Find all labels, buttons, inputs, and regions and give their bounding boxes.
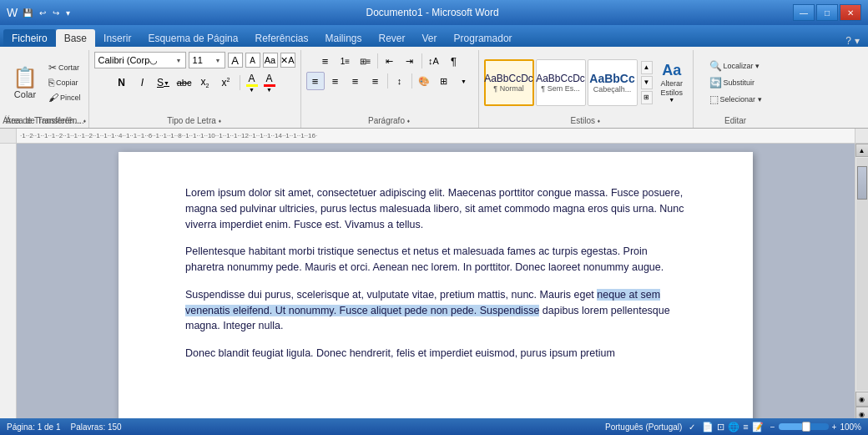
zoom-thumb[interactable] (802, 422, 810, 432)
style-normal[interactable]: AaBbCcDc ¶ Normal (484, 59, 534, 106)
alterar-estilos-button[interactable]: Aa AlterarEstilos ▼ (656, 58, 689, 107)
minimize-button[interactable]: — (793, 4, 815, 21)
clipboard-expand-icon[interactable]: ⬧ (83, 117, 87, 124)
styles-scroll-down[interactable]: ▼ (641, 76, 653, 89)
font-decrease-button[interactable]: A (245, 53, 260, 68)
paragraph-expand-icon[interactable]: ⬧ (406, 117, 411, 124)
spelling-icon[interactable]: ✓ (689, 422, 695, 432)
selecionar-button[interactable]: ⬚ Selecionar ▾ (704, 92, 767, 107)
paste-icon: 📋 (13, 66, 38, 89)
selecionar-label: Selecionar ▾ (720, 95, 762, 104)
zoom-controls: − + 100% (770, 422, 861, 432)
close-button[interactable]: ✕ (840, 4, 861, 21)
copy-button[interactable]: ⎘ Copiar (46, 76, 83, 89)
paint-format-button[interactable]: 🖌 Pincel (46, 91, 83, 104)
maximize-button[interactable]: □ (816, 4, 838, 21)
tab-esquema[interactable]: Esquema de Página (139, 29, 246, 47)
view-print-button[interactable]: 📄 (702, 422, 714, 432)
shading-button[interactable]: 🎨 (415, 72, 433, 90)
localizar-icon: 🔍 (709, 60, 722, 72)
ribbon-spacer (777, 50, 866, 128)
align-left-button[interactable]: ≡ (306, 72, 325, 90)
justify-button[interactable]: ≡ (366, 72, 385, 90)
localizar-button[interactable]: 🔍 Localizar ▾ (704, 58, 767, 73)
decrease-indent-button[interactable]: ⇤ (381, 52, 399, 70)
scrollbar-thumb[interactable] (857, 166, 867, 200)
substituir-button[interactable]: 🔄 Substituir (704, 75, 767, 90)
view-draft-button[interactable]: 📝 (752, 422, 764, 432)
style-sem-espaco-preview: AaBbCcDc (536, 73, 585, 84)
text-highlight-button[interactable]: A ▼ (245, 71, 260, 94)
increase-indent-button[interactable]: ⇥ (401, 52, 419, 70)
styles-scroll-up[interactable]: ▲ (641, 61, 653, 74)
cut-button[interactable]: ✂ Cortar (46, 61, 83, 74)
font-name-arrow: ▼ (176, 58, 182, 63)
subscript-button[interactable]: x2 (196, 73, 214, 92)
align-right-button[interactable]: ≡ (346, 72, 365, 90)
zoom-out-button[interactable]: − (770, 422, 775, 432)
font-increase-button[interactable]: A (228, 53, 243, 68)
style-cabecalho[interactable]: AaBbCc Cabeçalh... (588, 59, 638, 106)
underline-button[interactable]: S ▼ (154, 73, 173, 92)
view-web-button[interactable]: 🌐 (728, 422, 739, 432)
sort-button[interactable]: ↕A (425, 52, 443, 70)
quick-menu-icon[interactable]: ▾ (64, 7, 72, 19)
italic-button[interactable]: I (134, 73, 152, 92)
zoom-fill (779, 423, 804, 430)
ribbon-help-icon[interactable]: ? (845, 35, 851, 47)
borders-button[interactable]: ⊞ (435, 72, 453, 90)
paste-button[interactable]: 📋 Colar (7, 64, 43, 101)
tab-mailings[interactable]: Mailings (317, 29, 371, 47)
prev-page-button[interactable]: ◉ (855, 392, 869, 407)
superscript-button[interactable]: x2 (217, 73, 235, 92)
localizar-label: Localizar ▾ (724, 62, 760, 70)
font-clear-format-button[interactable]: ✕A (280, 53, 295, 68)
scrollbar-vertical: ▲ ◉ ◉ ◉ ▼ (855, 144, 868, 435)
tab-base[interactable]: Base (56, 29, 95, 47)
view-outline-button[interactable]: ≡ (743, 422, 748, 432)
quick-undo-icon[interactable]: ↩ (38, 7, 48, 19)
scrollbar-up-button[interactable]: ▲ (855, 144, 869, 157)
styles-expand[interactable]: ⊞ (641, 91, 653, 104)
zoom-slider[interactable] (779, 423, 829, 430)
bullets-button[interactable]: ≡ (316, 52, 335, 70)
font-format-button[interactable]: Aа (263, 53, 278, 68)
doc-scroll-area[interactable]: Lorem ipsum dolor sit amet, consectetuer… (17, 144, 855, 435)
para1-text: Lorem ipsum dolor sit amet, consectetuer… (185, 187, 684, 230)
styles-expand-icon[interactable]: ⬧ (597, 117, 601, 124)
font-size-dropdown[interactable]: 11 ▼ (189, 52, 225, 68)
tab-inserir[interactable]: Inserir (95, 29, 139, 47)
style-sem-espaco[interactable]: AaBbCcDc ¶ Sem Es... (536, 59, 586, 106)
strikethrough-button[interactable]: abc (175, 73, 194, 92)
copy-icon: ⎘ (48, 77, 54, 89)
font-name-dropdown[interactable]: Calibri (Corp◡ ▼ (94, 52, 186, 68)
ribbon-minimize-icon[interactable]: ▾ (855, 35, 860, 47)
view-fullscreen-button[interactable]: ⊡ (717, 422, 724, 432)
borders-arrow[interactable]: ▼ (455, 72, 473, 90)
line-spacing-button[interactable]: ↕ (391, 72, 409, 90)
align-center-button[interactable]: ≡ (326, 72, 345, 90)
tab-rever[interactable]: Rever (371, 29, 414, 47)
zoom-in-button[interactable]: + (832, 422, 837, 432)
ruler-corner (0, 129, 17, 143)
para2-text: Pellentesque habitant morbi tristique se… (185, 245, 664, 273)
paragraph-marks-button[interactable]: ¶ (445, 52, 463, 70)
numbering-button[interactable]: 1≡ (336, 52, 355, 70)
font-group-content: Calibri (Corp◡ ▼ 11 ▼ A A Aа ✕A N I S ▼ (94, 52, 295, 126)
font-color-button[interactable]: A ▼ (262, 71, 277, 94)
tab-referencias[interactable]: Referências (246, 29, 316, 47)
underline-arrow: ▼ (164, 80, 169, 86)
quick-redo-icon[interactable]: ↪ (51, 7, 61, 19)
style-sem-espaco-label: ¶ Sem Es... (541, 84, 579, 93)
tab-ficheiro[interactable]: Ficheiro (3, 29, 56, 47)
quick-save-icon[interactable]: 💾 (21, 7, 34, 19)
multilevel-list-button[interactable]: ⊞≡ (356, 52, 375, 70)
tab-ver[interactable]: Ver (414, 29, 446, 47)
bold-button[interactable]: N (113, 73, 131, 92)
divider (377, 53, 378, 68)
font-expand-icon[interactable]: ⬧ (218, 117, 222, 124)
font-size-arrow: ▼ (215, 58, 221, 63)
para4-text: Donec blandit feugiat ligula. Donec hend… (185, 347, 615, 359)
tab-programador[interactable]: Programador (446, 29, 521, 47)
ribbon: 📋 Colar ✂ Cortar ⎘ Copiar 🖌 Pincel Área … (0, 47, 868, 129)
